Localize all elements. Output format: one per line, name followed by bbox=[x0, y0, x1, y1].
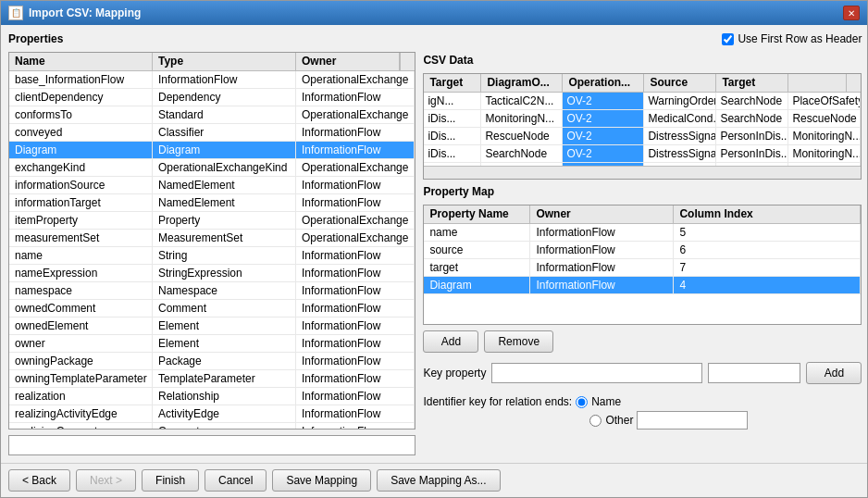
props-row[interactable]: realizingActivityEdge ActivityEdge Infor… bbox=[9, 405, 415, 423]
props-row[interactable]: informationTarget NamedElement Informati… bbox=[9, 194, 415, 212]
main-content: Properties Name Type Owner base_Informat… bbox=[1, 25, 867, 463]
property-map-body[interactable]: name InformationFlow 5 source Informatio… bbox=[424, 224, 861, 324]
csv-cell: OV-2 bbox=[563, 110, 644, 127]
window-title: Import CSV: Mapping bbox=[29, 6, 141, 19]
props-row[interactable]: exchangeKind OperationalExchangeKind Ope… bbox=[9, 159, 415, 177]
key-property-input2[interactable] bbox=[708, 363, 800, 383]
csv-cell: SearchNode bbox=[716, 93, 788, 109]
app-icon: 📋 bbox=[8, 6, 23, 20]
csv-col-0: Target bbox=[424, 74, 481, 92]
props-cell-owner: OperationalExchange bbox=[296, 106, 415, 123]
key-property-input[interactable] bbox=[491, 363, 702, 383]
props-row[interactable]: owningPackage Package InformationFlow bbox=[9, 353, 415, 370]
identifier-other-label[interactable]: Other bbox=[605, 414, 633, 427]
csv-table-body[interactable]: igN...TacticalC2N...OV-2WarningOrderSear… bbox=[424, 93, 861, 166]
prop-map-row[interactable]: Diagram InformationFlow 4 bbox=[424, 277, 861, 294]
prop-map-header: Property Name Owner Column Index bbox=[424, 205, 861, 224]
checkbox-row: Use First Row as Header bbox=[423, 32, 862, 45]
identifier-other-input[interactable] bbox=[637, 411, 748, 430]
props-row[interactable]: Diagram Diagram InformationFlow bbox=[9, 142, 415, 159]
csv-row[interactable]: iDis...RescueNodeOV-2DistressSignalPerso… bbox=[424, 128, 861, 145]
key-property-add-button[interactable]: Add bbox=[806, 362, 862, 384]
first-row-header-label[interactable]: Use First Row as Header bbox=[738, 32, 862, 45]
props-row[interactable]: clientDependency Dependency InformationF… bbox=[9, 89, 415, 106]
identifier-other-radio[interactable] bbox=[589, 415, 601, 427]
identifier-name-label[interactable]: Name bbox=[591, 395, 621, 408]
props-row[interactable]: realization Relationship InformationFlow bbox=[9, 388, 415, 405]
props-row[interactable]: informationSource NamedElement Informati… bbox=[9, 177, 415, 194]
pm-cell-owner: InformationFlow bbox=[530, 242, 674, 258]
csv-row[interactable]: igN...TacticalC2N...OV-2WarningOrderSear… bbox=[424, 93, 861, 110]
props-row[interactable]: base_InformationFlow InformationFlow Ope… bbox=[9, 71, 415, 89]
props-col-owner: Owner bbox=[296, 53, 400, 70]
props-row[interactable]: conformsTo Standard OperationalExchange bbox=[9, 106, 415, 124]
csv-data-label: CSV Data bbox=[423, 54, 862, 67]
props-cell-name: owningPackage bbox=[9, 353, 153, 369]
csv-horiz-scrollbar[interactable] bbox=[424, 166, 861, 179]
props-cell-name: ownedElement bbox=[9, 317, 153, 334]
props-cell-owner: InformationFlow bbox=[296, 194, 415, 211]
props-cell-name: realizingActivityEdge bbox=[9, 405, 153, 422]
props-row[interactable]: namespace Namespace InformationFlow bbox=[9, 282, 415, 300]
cancel-button[interactable]: Cancel bbox=[205, 469, 267, 492]
prop-map-row[interactable]: name InformationFlow 5 bbox=[424, 224, 861, 242]
props-cell-name: ownedComment bbox=[9, 300, 153, 317]
key-property-section: Key property Add bbox=[423, 362, 862, 384]
props-row[interactable]: name String InformationFlow bbox=[9, 247, 415, 265]
add-property-button[interactable]: Add bbox=[423, 330, 478, 353]
identifier-name-row: Identifier key for relation ends: Name bbox=[423, 395, 862, 408]
props-row[interactable]: itemProperty Property OperationalExchang… bbox=[9, 212, 415, 230]
properties-search[interactable] bbox=[8, 435, 415, 455]
csv-row[interactable]: iDis...SearchNodeOV-2DistressSignal1Pers… bbox=[424, 145, 861, 163]
first-row-header-checkbox[interactable] bbox=[722, 33, 734, 45]
props-row[interactable]: conveyed Classifier InformationFlow bbox=[9, 124, 415, 142]
close-button[interactable]: ✕ bbox=[843, 6, 860, 20]
main-window: 📋 Import CSV: Mapping ✕ Properties Name … bbox=[0, 0, 868, 498]
csv-col-2: Operation... bbox=[563, 74, 644, 92]
pm-cell-owner: InformationFlow bbox=[530, 224, 674, 241]
back-button[interactable]: < Back bbox=[8, 469, 70, 492]
props-row[interactable]: owner Element InformationFlow bbox=[9, 335, 415, 353]
key-property-label: Key property bbox=[423, 367, 486, 380]
title-controls: ✕ bbox=[843, 6, 860, 20]
props-row[interactable]: nameExpression StringExpression Informat… bbox=[9, 265, 415, 282]
props-row[interactable]: ownedComment Comment InformationFlow bbox=[9, 300, 415, 317]
csv-cell: PlaceOfSafety bbox=[788, 93, 861, 109]
csv-col-1: DiagramO... bbox=[481, 74, 563, 92]
props-row[interactable]: measurementSet MeasurementSet Operationa… bbox=[9, 230, 415, 247]
csv-cell: iDis... bbox=[424, 128, 481, 144]
right-panel: Use First Row as Header CSV Data Target … bbox=[423, 32, 862, 455]
csv-cell: OV-2 bbox=[563, 128, 644, 144]
remove-property-button[interactable]: Remove bbox=[484, 330, 553, 353]
csv-cell: WarningOrder bbox=[644, 93, 716, 109]
props-cell-type: Diagram bbox=[153, 142, 296, 158]
property-map-section: Property Map Property Name Owner Column … bbox=[423, 185, 862, 353]
props-cell-type: Element bbox=[153, 317, 296, 334]
csv-cell: SearchNode bbox=[716, 110, 788, 127]
props-cell-type: Connector bbox=[153, 423, 296, 429]
props-row[interactable]: ownedElement Element InformationFlow bbox=[9, 317, 415, 335]
csv-header: Target DiagramO... Operation... Source T… bbox=[424, 74, 861, 93]
csv-cell: MedicalCond... bbox=[644, 110, 716, 127]
pm-cell-index: 6 bbox=[674, 242, 861, 258]
properties-table-body[interactable]: base_InformationFlow InformationFlow Ope… bbox=[9, 71, 415, 429]
props-row[interactable]: realizingConnector Connector Information… bbox=[9, 423, 415, 429]
next-button[interactable]: Next > bbox=[76, 469, 136, 492]
pm-cell-name: Diagram bbox=[424, 277, 530, 293]
props-cell-owner: InformationFlow bbox=[296, 405, 415, 422]
csv-cell: SearchNode bbox=[481, 145, 563, 162]
props-cell-name: base_InformationFlow bbox=[9, 71, 153, 88]
save-mapping-button[interactable]: Save Mapping bbox=[272, 469, 371, 492]
identifier-section: Identifier key for relation ends: Name O… bbox=[423, 392, 862, 430]
save-mapping-as-button[interactable]: Save Mapping As... bbox=[377, 469, 500, 492]
props-cell-type: NamedElement bbox=[153, 177, 296, 193]
props-row[interactable]: owningTemplateParameter TemplateParamete… bbox=[9, 370, 415, 388]
props-cell-type: TemplateParameter bbox=[153, 370, 296, 387]
csv-row[interactable]: iDis...MonitoringN...OV-2MedicalCond...S… bbox=[424, 110, 861, 128]
csv-cell: TacticalC2N... bbox=[481, 93, 563, 109]
prop-map-row[interactable]: source InformationFlow 6 bbox=[424, 242, 861, 259]
identifier-name-radio[interactable] bbox=[576, 396, 588, 408]
bottom-buttons: < Back Next > Finish Cancel Save Mapping… bbox=[1, 463, 867, 497]
prop-map-row[interactable]: target InformationFlow 7 bbox=[424, 259, 861, 277]
finish-button[interactable]: Finish bbox=[142, 469, 199, 492]
